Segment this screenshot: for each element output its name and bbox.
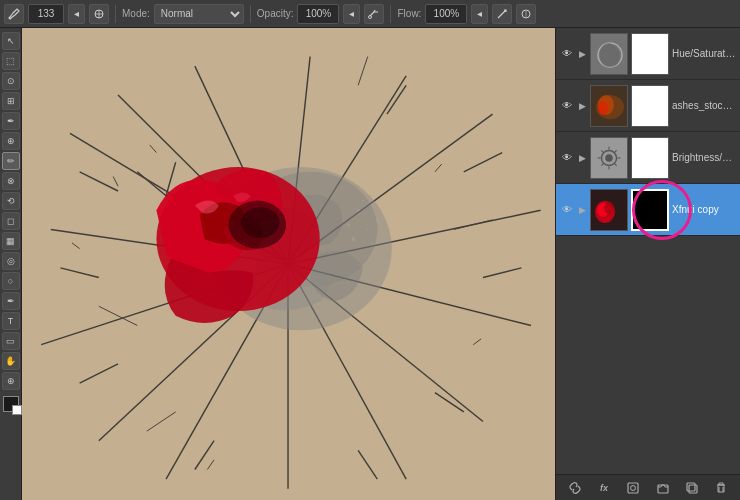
- layer-mask-xfnui: [631, 189, 669, 231]
- layer-eye-xfnui[interactable]: 👁: [560, 203, 574, 217]
- delete-layer-button[interactable]: [712, 479, 730, 497]
- svg-rect-81: [689, 485, 697, 493]
- layer-name-xfnui: Xfnui copy: [672, 204, 736, 215]
- layer-brightness[interactable]: 👁 ▶: [556, 132, 740, 184]
- brush-size-input[interactable]: [28, 4, 64, 24]
- stylus-icon[interactable]: [516, 4, 536, 24]
- tools-panel: ↖ ⬚ ⊙ ⊞ ✒ ⊕ ✏ ⊗ ⟲ ◻ ▦ ◎ ○ ✒ T ▭ ✋ ⊕: [0, 28, 22, 500]
- mode-select[interactable]: Normal Multiply Screen Overlay: [154, 4, 244, 24]
- layer-name-hue: Hue/Saturatio...: [672, 48, 736, 59]
- lasso-tool[interactable]: ⊙: [2, 72, 20, 90]
- layers-bottom-toolbar: fx: [556, 474, 740, 500]
- svg-point-51: [351, 237, 355, 241]
- layer-mask-ashes: [631, 85, 669, 127]
- canvas-area[interactable]: [22, 28, 555, 500]
- layer-eye-hue[interactable]: 👁: [560, 47, 574, 61]
- svg-rect-82: [687, 483, 695, 491]
- layer-arrow-hue: ▶: [577, 49, 587, 59]
- layer-eye-ashes[interactable]: 👁: [560, 99, 574, 113]
- clone-tool[interactable]: ⊗: [2, 172, 20, 190]
- airbrush-icon[interactable]: [364, 4, 384, 24]
- layer-mask-hue: [631, 33, 669, 75]
- svg-point-48: [241, 207, 279, 238]
- layer-name-ashes: ashes_stock_2...: [672, 100, 736, 111]
- shape-tool[interactable]: ▭: [2, 332, 20, 350]
- opacity-arrow[interactable]: ◂: [343, 4, 360, 24]
- move-tool[interactable]: ↖: [2, 32, 20, 50]
- hand-tool[interactable]: ✋: [2, 352, 20, 370]
- dodge-tool[interactable]: ○: [2, 272, 20, 290]
- layer-thumb-xfnui: [590, 189, 628, 231]
- main-area: ↖ ⬚ ⊙ ⊞ ✒ ⊕ ✏ ⊗ ⟲ ◻ ▦ ◎ ○ ✒ T ▭ ✋ ⊕: [0, 28, 740, 500]
- add-mask-button[interactable]: [624, 479, 642, 497]
- history-tool[interactable]: ⟲: [2, 192, 20, 210]
- zoom-tool[interactable]: ⊕: [2, 372, 20, 390]
- tablet-pressure-icon[interactable]: [492, 4, 512, 24]
- layer-name-brightness: Brightness/Co...: [672, 152, 736, 163]
- svg-rect-80: [658, 485, 668, 493]
- text-tool[interactable]: T: [2, 312, 20, 330]
- svg-point-62: [598, 101, 608, 115]
- canvas-background: [22, 28, 555, 500]
- brush-tool[interactable]: ✏: [2, 152, 20, 170]
- main-toolbar: ◂ Mode: Normal Multiply Screen Overlay O…: [0, 0, 740, 28]
- svg-point-49: [357, 209, 360, 212]
- foreground-color[interactable]: [3, 396, 19, 412]
- sep2: [250, 5, 251, 23]
- eyedropper-tool[interactable]: ✒: [2, 112, 20, 130]
- layer-thumb-ashes: [590, 85, 628, 127]
- layers-list: 👁 ▶ Hue/Saturatio... 👁 ▶: [556, 28, 740, 474]
- select-tool[interactable]: ⬚: [2, 52, 20, 70]
- blur-tool[interactable]: ◎: [2, 252, 20, 270]
- create-group-button[interactable]: [654, 479, 672, 497]
- svg-point-55: [372, 243, 374, 245]
- svg-point-79: [631, 485, 636, 490]
- svg-point-3: [369, 15, 372, 18]
- healing-tool[interactable]: ⊕: [2, 132, 20, 150]
- layers-panel: 👁 ▶ Hue/Saturatio... 👁 ▶: [555, 28, 740, 500]
- svg-point-52: [376, 218, 379, 221]
- svg-point-65: [605, 154, 613, 162]
- brush-size-down[interactable]: ◂: [68, 4, 85, 24]
- svg-point-50: [367, 228, 369, 230]
- layer-hue-saturation[interactable]: 👁 ▶ Hue/Saturatio...: [556, 28, 740, 80]
- layer-mask-brightness: [631, 137, 669, 179]
- link-layers-button[interactable]: [566, 479, 584, 497]
- gradient-tool[interactable]: ▦: [2, 232, 20, 250]
- flow-label: Flow:: [397, 8, 421, 19]
- sep3: [390, 5, 391, 23]
- canvas-image: [22, 28, 555, 500]
- layer-xfnui-copy[interactable]: 👁 ▶ Xfnui copy: [556, 184, 740, 236]
- svg-rect-78: [628, 483, 638, 493]
- layer-ashes-stock[interactable]: 👁 ▶ ashes_stock_2...: [556, 80, 740, 132]
- svg-point-53: [362, 200, 364, 202]
- svg-point-77: [604, 202, 614, 214]
- layer-eye-brightness[interactable]: 👁: [560, 151, 574, 165]
- layer-arrow-xfnui: ▶: [577, 205, 587, 215]
- new-layer-button[interactable]: [683, 479, 701, 497]
- opacity-input[interactable]: [297, 4, 339, 24]
- sep1: [115, 5, 116, 23]
- flow-input[interactable]: [425, 4, 467, 24]
- svg-point-54: [347, 223, 350, 226]
- layer-arrow-ashes: ▶: [577, 101, 587, 111]
- mode-label: Mode:: [122, 8, 150, 19]
- pen-tool[interactable]: ✒: [2, 292, 20, 310]
- eraser-tool[interactable]: ◻: [2, 212, 20, 230]
- flow-arrow[interactable]: ◂: [471, 4, 488, 24]
- opacity-label: Opacity:: [257, 8, 294, 19]
- layer-fx-button[interactable]: fx: [595, 479, 613, 497]
- crop-tool[interactable]: ⊞: [2, 92, 20, 110]
- brush-icon[interactable]: [4, 4, 24, 24]
- brush-preset-icon[interactable]: [89, 4, 109, 24]
- layer-arrow-brightness: ▶: [577, 153, 587, 163]
- layer-thumb-brightness: [590, 137, 628, 179]
- layer-thumb-hue: [590, 33, 628, 75]
